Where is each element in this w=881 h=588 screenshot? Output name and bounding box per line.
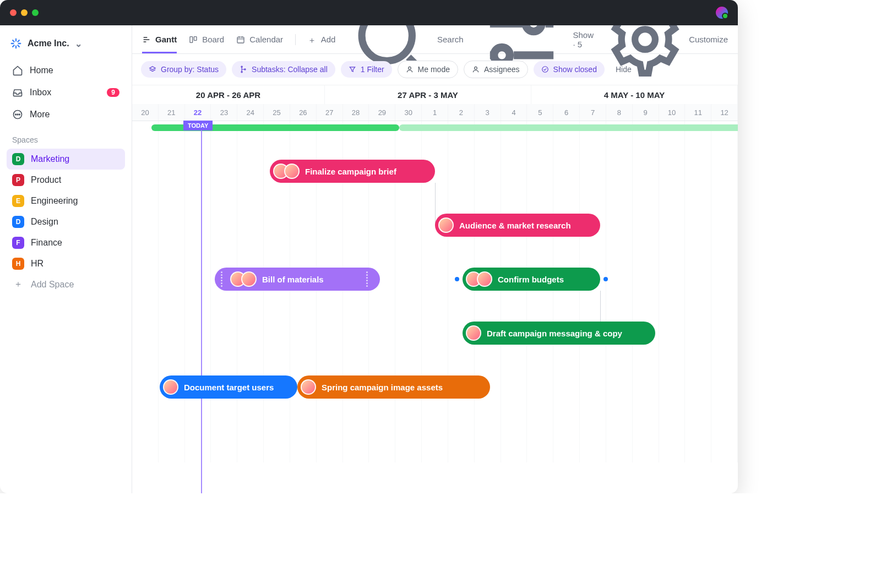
sidebar-space-marketing[interactable]: DMarketing (7, 149, 125, 170)
day-header[interactable]: 3 (475, 104, 501, 121)
day-header[interactable]: 9 (633, 104, 659, 121)
space-label: Marketing (31, 154, 69, 164)
task-label: Spring campaign image assets (322, 383, 443, 392)
current-user-avatar[interactable] (716, 7, 728, 19)
view-tabs: Gantt Board Calendar ＋ Add (132, 25, 738, 54)
day-header[interactable]: 30 (395, 104, 422, 121)
chevron-down-icon: ⌄ (75, 39, 82, 49)
drag-handle-icon[interactable] (363, 271, 370, 287)
show-label: Show · 5 (573, 30, 594, 49)
plus-icon: ＋ (12, 279, 24, 290)
today-marker: TODAY (183, 121, 213, 130)
sidebar-space-hr[interactable]: HHR (7, 253, 125, 274)
week-header: 27 APR - 3 MAY (325, 85, 531, 104)
task-assignees (163, 379, 178, 395)
subtasks-label: Subtasks: Collapse all (252, 65, 328, 74)
window-maximize[interactable] (32, 9, 39, 16)
filter-pill[interactable]: 1 Filter (341, 61, 392, 78)
day-header[interactable]: 1 (422, 104, 448, 121)
space-badge: H (12, 258, 24, 270)
day-header[interactable]: 23 (211, 104, 237, 121)
day-header[interactable]: 22 (185, 104, 211, 121)
task-label: Finalize campaign brief (305, 167, 396, 176)
drag-handle-icon[interactable] (218, 271, 225, 287)
tab-calendar-label: Calendar (249, 35, 283, 44)
day-header[interactable]: 6 (553, 104, 580, 121)
hide-filters[interactable]: Hide (616, 65, 632, 74)
day-header[interactable]: 21 (159, 104, 185, 121)
day-header[interactable]: 2 (448, 104, 475, 121)
day-header[interactable]: 7 (580, 104, 606, 121)
nav-inbox[interactable]: Inbox 9 (7, 81, 125, 104)
space-badge: D (12, 153, 24, 165)
space-label: Design (31, 217, 58, 227)
nav-home-label: Home (30, 66, 53, 75)
day-header[interactable]: 24 (237, 104, 264, 121)
task-label: Audience & market research (459, 221, 571, 230)
gantt-task[interactable]: Finalize campaign brief (270, 160, 435, 183)
sidebar-space-finance[interactable]: FFinance (7, 232, 125, 253)
day-header[interactable]: 8 (606, 104, 633, 121)
nav-more-label: More (30, 110, 50, 119)
gantt-task[interactable]: Audience & market research (435, 214, 600, 237)
subtask-icon (240, 66, 247, 73)
customize-label: Customize (689, 35, 728, 44)
svg-rect-5 (194, 36, 197, 40)
day-header[interactable]: 26 (290, 104, 317, 121)
svg-point-16 (542, 67, 548, 73)
add-space-button[interactable]: ＋ Add Space (7, 274, 125, 295)
day-header[interactable]: 20 (132, 104, 159, 121)
day-header[interactable]: 11 (685, 104, 711, 121)
svg-rect-6 (237, 37, 244, 43)
gantt-task[interactable]: Document target users (160, 375, 297, 399)
nav-more[interactable]: More (7, 104, 125, 126)
avatar (241, 271, 257, 287)
spaces-heading: Spaces (7, 126, 125, 149)
gantt-task[interactable]: Confirm budgets (463, 268, 600, 291)
day-header[interactable]: 25 (264, 104, 290, 121)
filter-bar: Group by: Status Subtasks: Collapse all … (132, 54, 738, 85)
assignees-pill[interactable]: Assignees (464, 61, 528, 78)
gantt-task[interactable]: Spring campaign image assets (297, 375, 490, 399)
sidebar-space-product[interactable]: PProduct (7, 170, 125, 190)
day-header[interactable]: 10 (659, 104, 686, 121)
gantt-task[interactable]: Draft campaign messaging & copy (463, 322, 655, 345)
window-close[interactable] (10, 9, 17, 16)
nav-home[interactable]: Home (7, 59, 125, 81)
window-minimize[interactable] (21, 9, 28, 16)
dependency-dot[interactable] (603, 277, 608, 281)
space-label: Finance (31, 238, 62, 248)
inbox-badge: 9 (107, 88, 119, 97)
tab-add-view[interactable]: ＋ Add (308, 25, 336, 53)
workspace-switcher[interactable]: Acme Inc. ⌄ (7, 33, 125, 59)
day-header[interactable]: 29 (369, 104, 395, 121)
tab-calendar[interactable]: Calendar (236, 25, 283, 53)
gantt-body[interactable]: Finalize campaign briefAudience & market… (132, 121, 738, 462)
group-by-label: Group by: Status (161, 65, 219, 74)
avatar (466, 325, 481, 341)
week-header: 20 APR - 26 APR (132, 85, 325, 104)
search-label: Search (437, 35, 464, 44)
sidebar-space-design[interactable]: DDesign (7, 211, 125, 232)
day-header[interactable]: 27 (317, 104, 343, 121)
layers-icon (149, 66, 156, 73)
tab-board[interactable]: Board (189, 25, 224, 53)
tab-gantt[interactable]: Gantt (142, 25, 177, 53)
group-by-pill[interactable]: Group by: Status (141, 61, 226, 78)
day-header[interactable]: 12 (711, 104, 738, 121)
dependency-dot[interactable] (455, 277, 459, 281)
subtasks-pill[interactable]: Subtasks: Collapse all (232, 61, 335, 78)
task-assignees (301, 379, 316, 395)
sidebar-space-engineering[interactable]: EEngineering (7, 190, 125, 211)
day-header[interactable]: 4 (501, 104, 527, 121)
app-logo-icon (10, 37, 22, 50)
gantt-task[interactable]: Bill of materials (215, 268, 380, 291)
show-closed-pill[interactable]: Show closed (534, 61, 605, 78)
day-header[interactable]: 28 (343, 104, 369, 121)
space-label: Engineering (31, 196, 78, 206)
me-mode-pill[interactable]: Me mode (398, 61, 458, 78)
svg-point-1 (15, 114, 17, 115)
day-header[interactable]: 5 (527, 104, 553, 121)
space-badge: E (12, 195, 24, 207)
task-assignees (466, 325, 481, 341)
